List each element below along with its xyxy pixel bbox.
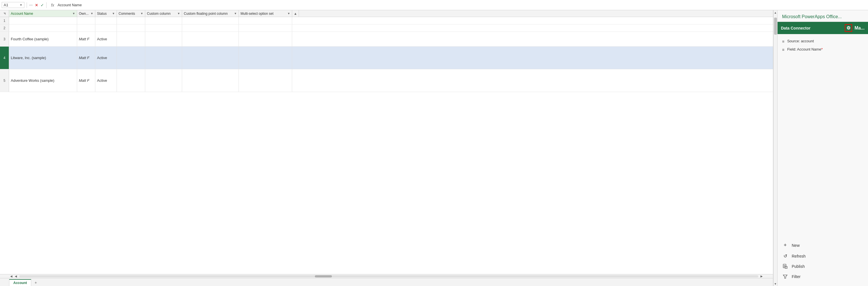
col-header-account-name-label: Account Name [11, 12, 71, 16]
col-header-expand[interactable]: ▲ [292, 10, 299, 17]
cell-4-status[interactable]: Active [95, 47, 117, 69]
panel-header-icons: ⚙ Ma... [845, 24, 865, 32]
cell-4-account-name[interactable]: Litware, Inc. (sample) [9, 47, 77, 69]
h-scroll-left[interactable]: ◀ [9, 275, 13, 278]
cell-4-comments[interactable] [117, 47, 145, 69]
new-label: New [792, 243, 800, 248]
cell-ref-dropdown-icon[interactable]: ▼ [20, 3, 23, 6]
cell-1-multi-select[interactable] [239, 17, 292, 24]
formula-confirm-icon[interactable]: ✓ [40, 3, 44, 7]
add-sheet-button[interactable]: + [32, 279, 40, 286]
publish-icon [782, 264, 788, 269]
col-header-multi-select-dropdown[interactable]: ▼ [287, 12, 290, 15]
sheet-tab-account[interactable]: Account [9, 279, 31, 286]
col-header-custom-col[interactable]: Custom column ▼ [145, 10, 182, 17]
cell-5-owner[interactable]: Matt F [77, 69, 95, 92]
col-header-account-name[interactable]: Account Name ▼ [9, 10, 77, 17]
row-num-header: ◥ [0, 10, 9, 17]
data-connector-label: Data Connector [781, 26, 810, 30]
filter-label: Filter [792, 274, 801, 279]
select-all-icon[interactable]: ◥ [3, 12, 6, 15]
cell-4-owner[interactable]: Matt F [77, 47, 95, 69]
cell-3-multi-select[interactable] [239, 32, 292, 46]
cell-reference-box[interactable]: A1 ▼ [2, 2, 24, 8]
cell-5-multi-select[interactable] [239, 69, 292, 92]
cell-5-account-name[interactable]: Adventure Works (sample) [9, 69, 77, 92]
scroll-thumb [774, 18, 777, 35]
cell-5-custom-float[interactable] [182, 69, 239, 92]
col-header-custom-float[interactable]: Custom floating point column ▼ [182, 10, 239, 17]
formula-more-icon[interactable]: ⋯ [29, 3, 33, 7]
table-row[interactable]: 3 Fourth Coffee (sample) Matt F Active [0, 32, 773, 47]
action-publish[interactable]: Publish [782, 263, 864, 270]
cell-2-status[interactable] [95, 24, 117, 31]
cell-3-comments[interactable] [117, 32, 145, 46]
scroll-track[interactable] [774, 15, 777, 282]
cell-1-comments[interactable] [117, 17, 145, 24]
cell-5-custom-col[interactable] [145, 69, 182, 92]
col-header-account-name-dropdown[interactable]: ▼ [72, 12, 75, 15]
cell-2-multi-select[interactable] [239, 24, 292, 31]
col-header-comments[interactable]: Comments ▼ [117, 10, 145, 17]
formula-cancel-icon[interactable]: ✕ [35, 3, 38, 7]
cell-1-account-name[interactable] [9, 17, 77, 24]
vertical-scrollbar: ▲ ▼ [773, 10, 777, 286]
scroll-up-button[interactable]: ▲ [774, 10, 777, 15]
cell-3-owner[interactable]: Matt F [77, 32, 95, 46]
table-row[interactable]: 5 Adventure Works (sample) Matt F Active [0, 69, 773, 92]
table-row[interactable]: 4 Litware, Inc. (sample) Matt F Active [0, 47, 773, 69]
col-header-owner-dropdown[interactable]: ▼ [91, 12, 93, 15]
formula-value: Account Name [58, 3, 82, 7]
formula-bar-divider2 [46, 2, 46, 8]
cell-1-custom-col[interactable] [145, 17, 182, 24]
cell-2-custom-col[interactable] [145, 24, 182, 31]
field-list-icon: ≡ [782, 48, 784, 52]
col-header-custom-col-label: Custom column [147, 12, 176, 16]
col-header-owner[interactable]: Own... ▼ [77, 10, 95, 17]
sheet-tabs: Account + [0, 278, 773, 286]
spreadsheet-body: 1 2 3 Fourth [0, 17, 773, 274]
cell-5-status[interactable]: Active [95, 69, 117, 92]
cell-4-custom-col[interactable] [145, 47, 182, 69]
cell-2-account-name[interactable] [9, 24, 77, 31]
col-header-custom-float-label: Custom floating point column [184, 12, 233, 16]
spreadsheet: ◥ Account Name ▼ Own... ▼ Status ▼ Comme… [0, 10, 773, 286]
cell-2-owner[interactable] [77, 24, 95, 31]
h-scroll-right[interactable]: ▶ [760, 275, 764, 278]
col-header-custom-float-dropdown[interactable]: ▼ [234, 12, 237, 15]
cell-3-custom-col[interactable] [145, 32, 182, 46]
action-filter[interactable]: Filter [782, 273, 864, 280]
col-header-status[interactable]: Status ▼ [95, 10, 117, 17]
cell-2-comments[interactable] [117, 24, 145, 31]
cell-1-status[interactable] [95, 17, 117, 24]
h-scroll-left2[interactable]: ◀ [13, 275, 18, 278]
col-header-multi-select[interactable]: Multi-select option set ▼ [239, 10, 292, 17]
table-row[interactable]: 2 [0, 24, 773, 32]
horizontal-scrollbar: ◀ ◀ ▶ [0, 274, 773, 278]
cell-1-custom-float[interactable] [182, 17, 239, 24]
col-header-custom-col-dropdown[interactable]: ▼ [177, 12, 180, 15]
panel-more-icon[interactable]: Ma... [855, 26, 865, 31]
cell-4-custom-float[interactable] [182, 47, 239, 69]
action-new[interactable]: + New [782, 241, 864, 249]
panel-actions: + New ↺ Refresh [777, 235, 868, 286]
h-scroll-track[interactable] [19, 275, 758, 278]
cell-5-comments[interactable] [117, 69, 145, 92]
cell-3-custom-float[interactable] [182, 32, 239, 46]
cell-1-owner[interactable] [77, 17, 95, 24]
svg-marker-6 [783, 275, 787, 278]
settings-icon[interactable]: ⚙ [845, 24, 852, 32]
field-required-asterisk: * [821, 47, 823, 51]
panel-content: ≡ Source: account ≡ Field: Account Name* [777, 34, 868, 235]
source-info-text: Source: account [787, 39, 814, 43]
table-row[interactable]: 1 [0, 17, 773, 24]
cell-4-multi-select[interactable] [239, 47, 292, 69]
col-header-comments-dropdown[interactable]: ▼ [141, 12, 143, 15]
scroll-down-button[interactable]: ▼ [774, 282, 777, 286]
expand-cols-icon[interactable]: ▲ [294, 12, 297, 16]
col-header-status-dropdown[interactable]: ▼ [112, 12, 115, 15]
cell-3-account-name[interactable]: Fourth Coffee (sample) [9, 32, 77, 46]
cell-2-custom-float[interactable] [182, 24, 239, 31]
action-refresh[interactable]: ↺ Refresh [782, 252, 864, 260]
cell-3-status[interactable]: Active [95, 32, 117, 46]
